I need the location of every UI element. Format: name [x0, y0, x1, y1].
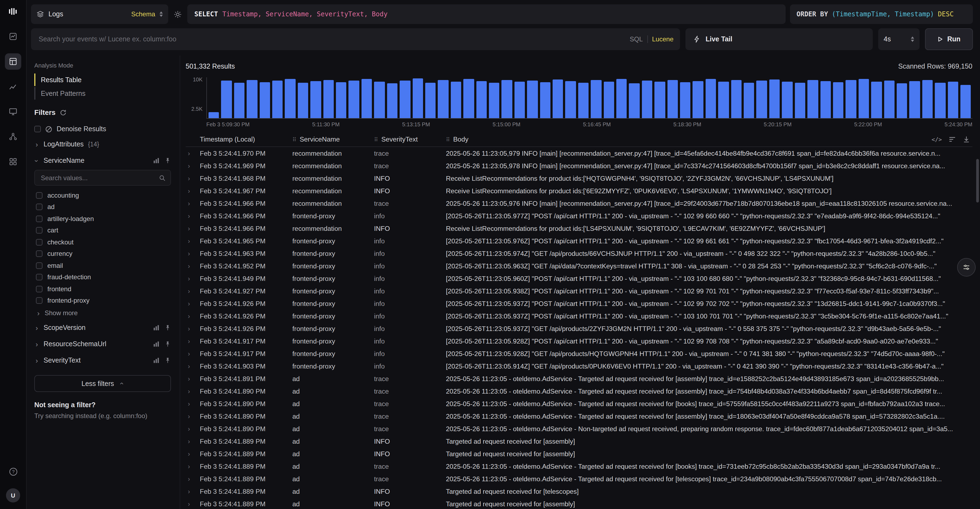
- histogram-bar[interactable]: [846, 80, 856, 118]
- filter-group-resourceschemaurl[interactable]: ›ResourceSchemaUrl: [34, 336, 171, 352]
- checkbox[interactable]: [34, 126, 41, 132]
- checkbox[interactable]: [36, 262, 43, 269]
- filter-value-frontend-proxy[interactable]: frontend-proxy: [34, 295, 171, 307]
- histogram-bar[interactable]: [285, 79, 296, 118]
- histogram-bar[interactable]: [757, 81, 767, 118]
- filter-value-cart[interactable]: cart: [34, 224, 171, 236]
- histogram-bar[interactable]: [706, 79, 716, 118]
- chevron-updown-icon[interactable]: [159, 11, 163, 17]
- app-logo-icon[interactable]: [8, 6, 18, 16]
- table-row[interactable]: ›Feb 3 5:24:41.903 PMfrontend-proxyinfo[…: [186, 360, 972, 372]
- filter-value-ad[interactable]: ad: [34, 201, 171, 213]
- chart-icon[interactable]: [153, 324, 159, 331]
- histogram-bar[interactable]: [731, 80, 741, 118]
- table-row[interactable]: ›Feb 3 5:24:41.969 PMrecommendationtrace…: [186, 159, 972, 172]
- mode-results-table[interactable]: Results Table: [34, 73, 171, 86]
- filter-value-accounting[interactable]: accounting: [34, 189, 171, 201]
- table-row[interactable]: ›Feb 3 5:24:41.890 PMadtrace2025-05-26 1…: [186, 422, 972, 435]
- histogram-bar[interactable]: [629, 83, 640, 118]
- checkbox[interactable]: [36, 216, 43, 222]
- table-row[interactable]: ›Feb 3 5:24:41.952 PMfrontend-proxyinfo[…: [186, 260, 972, 272]
- histogram-bar[interactable]: [336, 82, 347, 118]
- schema-badge[interactable]: Schema: [131, 10, 155, 18]
- table-row[interactable]: ›Feb 3 5:24:41.968 PMrecommendationINFOR…: [186, 172, 972, 185]
- row-expand-icon[interactable]: ›: [186, 199, 200, 207]
- row-expand-icon[interactable]: ›: [186, 175, 200, 182]
- histogram-bar[interactable]: [680, 82, 690, 118]
- histogram-bar[interactable]: [323, 80, 334, 118]
- histogram-bar[interactable]: [450, 82, 461, 118]
- histogram-bar[interactable]: [820, 81, 831, 118]
- table-row[interactable]: ›Feb 3 5:24:41.889 PMadtrace2025-05-26 1…: [186, 460, 972, 472]
- histogram-bar[interactable]: [247, 80, 257, 118]
- checkbox[interactable]: [36, 251, 43, 257]
- table-row[interactable]: ›Feb 3 5:24:41.949 PMfrontend-proxyinfo[…: [186, 272, 972, 285]
- table-row[interactable]: ›Feb 3 5:24:41.927 PMfrontend-proxyinfo[…: [186, 285, 972, 297]
- checkbox[interactable]: [36, 204, 43, 210]
- histogram-bar[interactable]: [960, 85, 971, 118]
- histogram-bar[interactable]: [527, 81, 538, 118]
- table-row[interactable]: ›Feb 3 5:24:41.926 PMfrontend-proxyinfo[…: [186, 297, 972, 310]
- table-row[interactable]: ›Feb 3 5:24:41.966 PMrecommendationINFOR…: [186, 222, 972, 235]
- table-row[interactable]: ›Feb 3 5:24:41.917 PMfrontend-proxyinfo[…: [186, 347, 972, 360]
- histogram-bar[interactable]: [502, 80, 512, 118]
- histogram-bar[interactable]: [540, 82, 550, 118]
- histogram-bar[interactable]: [399, 81, 410, 118]
- live-tail-button[interactable]: Live Tail: [686, 28, 873, 50]
- row-expand-icon[interactable]: ›: [186, 487, 200, 495]
- histogram-bar[interactable]: [234, 83, 245, 118]
- row-expand-icon[interactable]: ›: [186, 500, 200, 507]
- vertical-scrollbar[interactable]: [976, 159, 979, 202]
- user-avatar[interactable]: U: [6, 488, 20, 503]
- sql-select-bar[interactable]: SELECT Timestamp, ServiceName, SeverityT…: [187, 4, 786, 24]
- row-expand-icon[interactable]: ›: [186, 412, 200, 420]
- histogram-bar[interactable]: [425, 83, 436, 118]
- chart-icon[interactable]: [153, 341, 159, 347]
- filter-value-checkout[interactable]: checkout: [34, 236, 171, 248]
- row-expand-icon[interactable]: ›: [186, 350, 200, 357]
- row-settings-icon[interactable]: [948, 135, 956, 143]
- histogram-bar[interactable]: [642, 81, 652, 118]
- row-expand-icon[interactable]: ›: [186, 250, 200, 257]
- histogram-bar[interactable]: [361, 79, 372, 118]
- row-expand-icon[interactable]: ›: [186, 375, 200, 382]
- code-view-icon[interactable]: </>: [932, 136, 942, 143]
- histogram-bar[interactable]: [578, 83, 589, 118]
- download-icon[interactable]: [963, 135, 970, 143]
- row-expand-icon[interactable]: ›: [186, 262, 200, 270]
- row-expand-icon[interactable]: ›: [186, 400, 200, 407]
- histogram-bar[interactable]: [769, 80, 780, 118]
- checkbox[interactable]: [36, 286, 43, 292]
- less-filters-button[interactable]: Less filters ›: [34, 375, 171, 392]
- table-row[interactable]: ›Feb 3 5:24:41.926 PMfrontend-proxyinfo[…: [186, 310, 972, 322]
- mode-event-patterns[interactable]: Event Patterns: [34, 87, 171, 100]
- drag-handle-icon[interactable]: ⠿: [446, 136, 450, 142]
- pin-icon[interactable]: [164, 341, 171, 347]
- checkbox[interactable]: [36, 297, 43, 304]
- checkbox[interactable]: [36, 274, 43, 281]
- row-expand-icon[interactable]: ›: [186, 450, 200, 458]
- lucene-mode-option[interactable]: Lucene: [652, 35, 673, 43]
- row-expand-icon[interactable]: ›: [186, 300, 200, 307]
- table-row[interactable]: ›Feb 3 5:24:41.889 PMadINFOTargeted ad r…: [186, 435, 972, 447]
- column-header-svc[interactable]: ⠿ServiceName: [293, 135, 374, 143]
- column-header-ts[interactable]: Timestamp (Local): [200, 135, 293, 143]
- filter-group-servicename[interactable]: › ServiceName: [34, 153, 171, 169]
- pin-icon[interactable]: [164, 357, 171, 364]
- table-row[interactable]: ›Feb 3 5:24:41.890 PMadtrace2025-05-26 1…: [186, 410, 972, 422]
- histogram-bar[interactable]: [948, 81, 958, 118]
- column-header-sev[interactable]: ⠿SeverityText: [374, 135, 446, 143]
- filter-group-scopeversion[interactable]: ›ScopeVersion: [34, 320, 171, 336]
- histogram-bar[interactable]: [412, 78, 423, 118]
- row-expand-icon[interactable]: ›: [186, 162, 200, 170]
- histogram-bar[interactable]: [259, 82, 270, 118]
- row-expand-icon[interactable]: ›: [186, 387, 200, 395]
- histogram-bar[interactable]: [272, 81, 283, 118]
- drag-handle-icon[interactable]: ⠿: [374, 136, 378, 142]
- pin-icon[interactable]: [164, 324, 171, 331]
- table-row[interactable]: ›Feb 3 5:24:41.967 PMrecommendationINFOR…: [186, 185, 972, 197]
- table-row[interactable]: ›Feb 3 5:24:41.966 PMfrontend-proxyinfo[…: [186, 210, 972, 222]
- order-by-bar[interactable]: ORDER BY (TimestampTime, Timestamp) DESC: [790, 4, 973, 24]
- filter-value-email[interactable]: email: [34, 260, 171, 271]
- filter-value-frontend[interactable]: frontend: [34, 283, 171, 295]
